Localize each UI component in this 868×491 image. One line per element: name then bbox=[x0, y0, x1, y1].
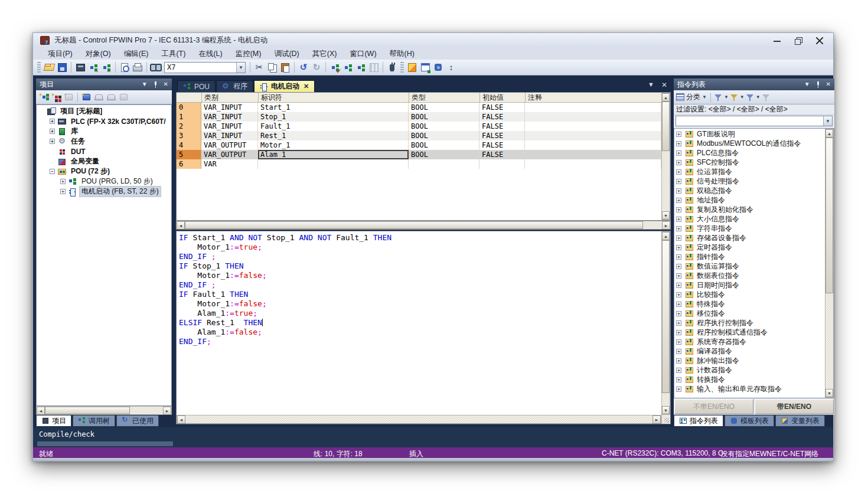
grid-cell[interactable]: Alam_1 bbox=[258, 150, 409, 159]
tab-close-icon[interactable]: ✕ bbox=[661, 81, 667, 89]
menu-item[interactable]: 窗口(W) bbox=[343, 48, 383, 60]
library-lock-icon[interactable] bbox=[106, 92, 117, 103]
chevron-down-icon[interactable]: ▼ bbox=[740, 94, 745, 100]
tree-expander-icon[interactable]: + bbox=[676, 320, 681, 326]
grid-row[interactable]: 4VAR_OUTPUTMotor_1BOOLFALSE bbox=[177, 140, 661, 150]
open-library-icon[interactable] bbox=[93, 92, 105, 103]
grid-row[interactable]: 1VAR_INPUTStop_1BOOLFALSE bbox=[177, 112, 661, 122]
compile-icon[interactable] bbox=[342, 62, 354, 73]
grid-cell[interactable]: BOOL bbox=[409, 140, 479, 150]
tree-expander-icon[interactable]: + bbox=[676, 226, 681, 231]
instruction-group[interactable]: +输入、输出和单元存取指令 bbox=[674, 384, 825, 394]
grid-cell[interactable] bbox=[525, 122, 661, 131]
tree-item[interactable]: +POU (PRG, LD, 50 步) bbox=[37, 176, 171, 186]
instruction-group[interactable]: +位运算指令 bbox=[674, 167, 825, 176]
tree-expander-icon[interactable]: + bbox=[50, 129, 55, 134]
chevron-down-icon[interactable]: ▼ bbox=[702, 94, 707, 100]
instruction-group[interactable]: +字符串指令 bbox=[674, 224, 825, 233]
tree-expander-icon[interactable]: + bbox=[676, 150, 681, 156]
row-number-cell[interactable]: 6 bbox=[177, 159, 201, 169]
row-number-cell[interactable]: 0 bbox=[177, 103, 201, 112]
grid-row[interactable]: 3VAR_INPUTRest_1BOOLFALSE bbox=[177, 131, 661, 140]
tree-expander-icon[interactable]: + bbox=[676, 198, 681, 203]
code-line[interactable]: Motor_1:=false; bbox=[179, 299, 661, 309]
redo-icon[interactable] bbox=[311, 62, 322, 73]
instruction-group[interactable]: +数值运算指令 bbox=[674, 261, 825, 271]
tree-expander-icon[interactable]: + bbox=[676, 339, 681, 345]
chevron-down-icon[interactable]: ▼ bbox=[236, 63, 245, 73]
menu-item[interactable]: 工具(T) bbox=[155, 48, 192, 60]
grid-cell[interactable]: FALSE bbox=[479, 140, 525, 150]
instruction-group[interactable]: +GT面板说明 bbox=[674, 129, 825, 139]
pou-export-icon[interactable] bbox=[100, 62, 112, 73]
tree-expander-icon[interactable]: + bbox=[676, 292, 681, 297]
download-device-icon[interactable] bbox=[74, 62, 86, 73]
grid-header-cell[interactable]: 标识符 bbox=[258, 93, 409, 102]
instruction-group[interactable]: +存储器设备指令 bbox=[674, 233, 825, 243]
scroll-up-icon[interactable]: ▲ bbox=[662, 232, 670, 240]
tree-expander-icon[interactable]: + bbox=[676, 179, 681, 184]
tree-expander-icon[interactable]: + bbox=[676, 245, 681, 250]
grid-cell[interactable]: FALSE bbox=[479, 122, 525, 131]
tree-expander-icon[interactable]: + bbox=[60, 179, 66, 184]
grid-cell[interactable]: Start_1 bbox=[258, 103, 409, 112]
grid-cell[interactable]: Motor_1 bbox=[258, 140, 409, 150]
tree-item[interactable]: 全局变量 bbox=[37, 156, 171, 166]
tree-expander-icon[interactable]: + bbox=[676, 160, 681, 165]
tree-expander-icon[interactable]: + bbox=[676, 188, 681, 194]
scroll-left-icon[interactable]: ◄ bbox=[177, 415, 185, 424]
row-number-cell[interactable]: 4 bbox=[177, 140, 201, 150]
with-en-eno-button[interactable]: 带EN/ENO bbox=[755, 399, 834, 414]
menu-item[interactable]: 帮助(H) bbox=[383, 48, 421, 60]
instruction-group[interactable]: +比较指令 bbox=[674, 290, 825, 299]
grid-header-cell[interactable]: 类型 bbox=[409, 93, 479, 102]
instruction-group[interactable]: +信号处理指令 bbox=[674, 176, 825, 186]
check-pou-icon[interactable] bbox=[329, 62, 341, 73]
menu-item[interactable]: 监控(M) bbox=[229, 48, 268, 60]
dropdown-icon[interactable]: ▼ bbox=[804, 81, 810, 87]
tree-item[interactable]: +库 bbox=[37, 126, 171, 136]
project-tab-tree[interactable]: 调用树 bbox=[73, 415, 115, 427]
instruction-group[interactable]: +指针指令 bbox=[674, 252, 825, 261]
instruction-group[interactable]: +数据表位指令 bbox=[674, 271, 825, 280]
tree-expander-icon[interactable]: + bbox=[676, 264, 681, 269]
code-line[interactable]: IF Start_1 AND NOT Stop_1 AND NOT Fault_… bbox=[179, 233, 661, 243]
scroll-right-icon[interactable]: ► bbox=[662, 221, 670, 230]
instruction-group[interactable]: +Modbus/MEWTOCOL的通信指令 bbox=[674, 139, 825, 148]
print-preview-icon[interactable] bbox=[119, 62, 130, 73]
project-tab-used[interactable]: 已使用 bbox=[116, 415, 159, 427]
copy-icon[interactable] bbox=[266, 62, 278, 73]
tree-expander-icon[interactable]: + bbox=[676, 254, 681, 260]
pou-import-icon[interactable] bbox=[87, 62, 99, 73]
instruction-group[interactable]: +双稳态指令 bbox=[674, 186, 825, 195]
tree-item[interactable]: -POU (72 步) bbox=[37, 166, 171, 176]
tree-expander-icon[interactable]: + bbox=[676, 207, 681, 212]
instruction-group[interactable]: +计数器指令 bbox=[674, 365, 825, 375]
instruction-tab-var[interactable]: 变量列表 bbox=[775, 415, 825, 427]
online-plug-icon[interactable] bbox=[386, 62, 398, 73]
resize-grip[interactable] bbox=[661, 415, 670, 424]
menu-item[interactable]: 项目(P) bbox=[41, 48, 79, 60]
new-library-icon[interactable]: + bbox=[81, 92, 92, 103]
instruction-group[interactable]: +地址指令 bbox=[674, 195, 825, 205]
instruction-group[interactable]: +脉冲输出指令 bbox=[674, 356, 825, 365]
code-line[interactable]: IF Stop_1 THEN bbox=[179, 261, 661, 271]
grid-cell[interactable]: FALSE bbox=[479, 131, 525, 140]
window-resize-edge[interactable] bbox=[33, 458, 833, 461]
tree-expander-icon[interactable]: + bbox=[676, 169, 681, 175]
grid-row[interactable]: 5VAR_OUTPUTAlam_1BOOLFALSE bbox=[177, 150, 661, 159]
code-hscrollbar[interactable]: ◄ ► bbox=[177, 415, 661, 424]
grid-cell[interactable] bbox=[525, 159, 661, 169]
grid-cell[interactable]: BOOL bbox=[409, 150, 479, 159]
grid-cell[interactable] bbox=[258, 159, 409, 169]
code-line[interactable]: Motor_1:=false; bbox=[179, 271, 661, 280]
grid-cell[interactable]: Fault_1 bbox=[258, 122, 409, 131]
grid-row[interactable]: 0VAR_INPUTStart_1BOOLFALSE bbox=[177, 103, 661, 112]
sort-icon[interactable] bbox=[445, 62, 457, 73]
dropdown-icon[interactable]: ▼ bbox=[142, 81, 148, 87]
code-line[interactable]: Alam_1:=false; bbox=[179, 328, 661, 337]
grid-cell[interactable] bbox=[409, 159, 479, 169]
tree-expander-icon[interactable]: + bbox=[676, 132, 681, 137]
scroll-right-icon[interactable]: ► bbox=[652, 415, 661, 424]
undo-icon[interactable] bbox=[298, 62, 309, 73]
